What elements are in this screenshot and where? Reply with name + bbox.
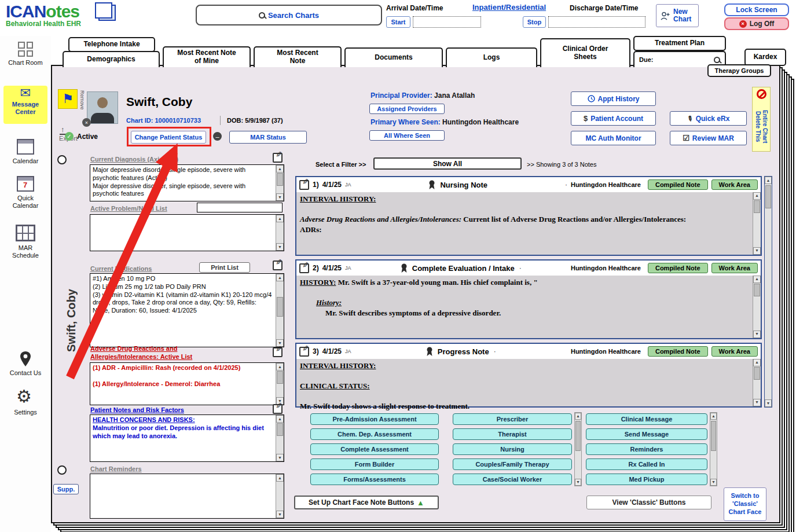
show-all-filter-button[interactable]: Show All: [373, 157, 522, 170]
scroll-down-icon[interactable]: ▼: [575, 479, 581, 486]
mar-status-button[interactable]: MAR Status: [229, 131, 307, 144]
scroll-up-icon[interactable]: ▲: [753, 276, 761, 283]
reminders-scrollbar[interactable]: ▲ ▼: [276, 474, 284, 518]
log-off-button[interactable]: × Log Off: [724, 17, 789, 30]
button-chem-dep-assessment[interactable]: Chem. Dep. Assessment: [310, 428, 439, 440]
export-icon[interactable]: ↑: [60, 125, 66, 135]
delete-entire-chart-button[interactable]: Delete This Entire Chart: [752, 87, 771, 152]
scroll-down-icon[interactable]: ▼: [276, 454, 284, 461]
tab-most-recent-note[interactable]: Most Recent Note: [254, 46, 342, 67]
open-note-icon[interactable]: ✎: [299, 347, 309, 357]
tab-therapy-groups[interactable]: Therapy Groups: [707, 64, 771, 77]
scroll-down-icon[interactable]: ▼: [753, 399, 761, 406]
due-search-icon[interactable]: [714, 57, 720, 63]
start-button[interactable]: Start: [386, 16, 410, 28]
work-area-button[interactable]: Work Area: [711, 346, 758, 357]
scroll-up-icon[interactable]: ▲: [276, 274, 284, 281]
work-area-button[interactable]: Work Area: [711, 263, 758, 273]
sidebar-item-quick-calendar[interactable]: 7: [17, 176, 34, 192]
patient-notes-box[interactable]: HEALTH CONCERNS AND RISKS: Malnutrition …: [90, 414, 284, 462]
scroll-up-icon[interactable]: ▲: [753, 359, 761, 366]
sidebar-item-settings[interactable]: ⚙: [16, 388, 32, 405]
tab-documents[interactable]: Documents: [344, 47, 443, 67]
scroll-thumb[interactable]: [277, 371, 283, 384]
scroll-down-icon[interactable]: ▼: [710, 479, 717, 486]
chart-reminders-box[interactable]: ▲ ▼: [90, 474, 284, 519]
open-note-icon[interactable]: ✎: [299, 263, 309, 273]
button-med-pickup[interactable]: Med Pickup: [586, 474, 707, 485]
new-chart-button[interactable]: New Chart: [656, 4, 699, 27]
view-classic-buttons-button[interactable]: View 'Classic' Buttons: [586, 496, 711, 509]
work-area-button[interactable]: Work Area: [711, 179, 758, 190]
scroll-up-icon[interactable]: ▲: [276, 215, 284, 222]
scroll-up-icon[interactable]: ▲: [276, 363, 284, 370]
diagnosis-scrollbar[interactable]: ▲ ▼: [276, 165, 284, 201]
button-therapist[interactable]: Therapist: [453, 428, 572, 440]
diagnosis-radio[interactable]: [57, 155, 67, 164]
inpatient-residential-link[interactable]: Inpatient/Residential: [472, 3, 546, 12]
button-clinical-message[interactable]: Clinical Message: [586, 413, 707, 425]
change-patient-status-button[interactable]: Change Patient Status: [131, 131, 206, 144]
open-note-icon[interactable]: ✎: [299, 180, 309, 190]
scroll-thumb[interactable]: [754, 200, 760, 213]
scroll-thumb[interactable]: [754, 367, 760, 380]
assigned-providers-button[interactable]: Assigned Providers: [369, 104, 445, 114]
review-mar-button[interactable]: ☑ Review MAR: [670, 131, 747, 145]
mc-auth-monitor-button[interactable]: MC Auth Monitor: [571, 131, 656, 145]
scroll-thumb[interactable]: [277, 423, 283, 436]
note-body[interactable]: HISTORY: Mr. Swift is a 37-year-old youn…: [296, 276, 761, 338]
patient-flag-button[interactable]: ⚑: [58, 89, 78, 109]
note-body[interactable]: INTERVAL HISTORY: CLINICAL STATUS: Mr. S…: [296, 359, 761, 406]
tab-clinical-order-sheets[interactable]: Clinical Order Sheets: [540, 38, 630, 67]
scroll-thumb[interactable]: [765, 185, 771, 208]
problem-list-box[interactable]: ▲ ▼: [90, 214, 284, 251]
buttons-col2-scrollbar[interactable]: ▲ ▼: [574, 412, 582, 486]
button-forms-assessments[interactable]: Forms/Assessments: [310, 474, 439, 485]
scroll-thumb[interactable]: [575, 421, 581, 451]
sidebar-item-calendar[interactable]: [17, 139, 34, 155]
button-rx-called-in[interactable]: Rx Called In: [586, 458, 707, 470]
search-charts-button[interactable]: Search Charts: [196, 5, 382, 25]
scroll-thumb[interactable]: [277, 173, 283, 186]
scroll-down-icon[interactable]: ▼: [276, 511, 284, 518]
arrival-datetime-input[interactable]: [413, 16, 481, 28]
patient-notes-scrollbar[interactable]: ▲ ▼: [276, 415, 284, 461]
scroll-up-icon[interactable]: ▲: [575, 413, 581, 420]
tab-telephone-intake[interactable]: Telephone Intake: [68, 37, 155, 52]
sidebar-item-contact-us[interactable]: [19, 351, 32, 369]
scroll-thumb[interactable]: [711, 421, 716, 451]
setup-chart-face-buttons-button[interactable]: Set Up Chart Face Note Buttons ▲: [294, 496, 439, 509]
button-complete-assessment[interactable]: Complete Assessment: [310, 443, 439, 455]
note-scrollbar[interactable]: ▲ ▼: [753, 359, 761, 406]
appt-history-button[interactable]: Appt History: [571, 91, 656, 106]
scroll-thumb[interactable]: [277, 297, 283, 317]
medications-scrollbar[interactable]: ▲ ▼: [276, 274, 284, 347]
scroll-up-icon[interactable]: ▲: [710, 413, 717, 420]
button-case-social-worker[interactable]: Case/Social Worker: [453, 474, 572, 485]
problem-list-lookup-box[interactable]: [197, 203, 283, 212]
scroll-down-icon[interactable]: ▼: [276, 243, 284, 251]
compiled-note-button[interactable]: Compiled Note: [648, 346, 708, 357]
tab-treatment-plan[interactable]: Treatment Plan: [633, 36, 726, 51]
scroll-down-icon[interactable]: ▼: [753, 331, 761, 338]
button-reminders[interactable]: Reminders: [586, 443, 707, 455]
button-send-message[interactable]: Send Message: [586, 428, 707, 440]
all-where-seen-button[interactable]: All Where Seen: [369, 130, 445, 141]
app-logo[interactable]: ICANotes Behavioral Health EHR: [6, 2, 81, 28]
chart-reminders-radio[interactable]: [57, 465, 67, 475]
adr-scrollbar[interactable]: ▲ ▼: [276, 363, 284, 405]
button-pre-admission-assessment[interactable]: Pre-Admission Assessment: [310, 413, 439, 425]
sidebar-item-mar-schedule[interactable]: [16, 225, 35, 241]
button-prescriber[interactable]: Prescriber: [453, 413, 572, 425]
edit-patient-notes-icon[interactable]: ✎: [273, 404, 283, 414]
note-scrollbar[interactable]: ▲ ▼: [753, 276, 761, 338]
tab-logs[interactable]: Logs: [446, 47, 537, 67]
edit-diagnosis-icon[interactable]: ✎: [273, 153, 283, 163]
tab-demographics[interactable]: Demographics: [63, 51, 160, 67]
notes-list-scrollbar[interactable]: ▲ ▼: [764, 176, 772, 408]
lock-screen-button[interactable]: Lock Screen: [724, 3, 789, 16]
button-form-builder[interactable]: Form Builder: [310, 458, 439, 470]
button-couples-family-therapy[interactable]: Couples/Family Therapy: [453, 458, 572, 470]
scroll-down-icon[interactable]: ▼: [276, 193, 284, 201]
scroll-up-icon[interactable]: ▲: [765, 177, 772, 184]
